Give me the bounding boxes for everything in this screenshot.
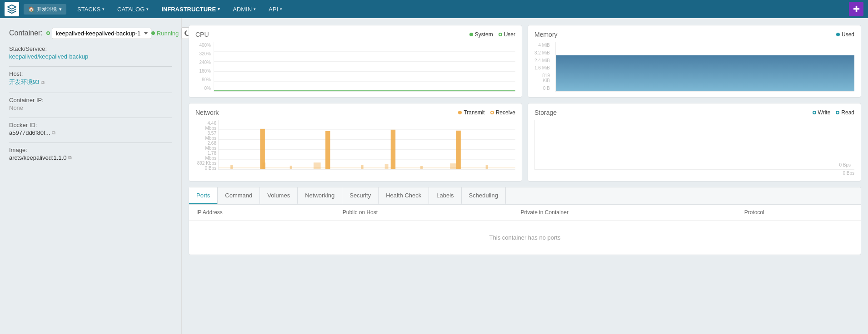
docker-id-label: Docker ID:	[9, 122, 172, 128]
net-y-0: 0 Bps	[195, 166, 218, 171]
copy-docker-id-icon[interactable]: ⧉	[52, 130, 55, 136]
nav-stacks[interactable]: STACKS ▾	[71, 0, 111, 18]
tab-healthcheck[interactable]: Health Check	[379, 187, 429, 204]
ports-table: IP Address Public on Host Private in Con…	[189, 205, 861, 255]
svg-rect-24	[486, 165, 488, 169]
mem-y-819kib: 819 KiB	[534, 73, 552, 83]
container-status-dot	[46, 31, 50, 35]
write-legend: Write	[813, 109, 831, 116]
status-running: Running	[151, 30, 179, 37]
network-svg	[219, 120, 515, 169]
nav-catalog[interactable]: CATALOG ▾	[111, 0, 155, 18]
cpu-chart-header: CPU System User	[195, 31, 515, 38]
used-label: Used	[842, 31, 854, 38]
svg-rect-20	[230, 165, 233, 169]
network-title: Network	[195, 109, 219, 116]
tab-command[interactable]: Command	[218, 187, 260, 204]
mem-y-4mib: 4 MiB	[534, 43, 552, 48]
memory-chart-header: Memory Used	[534, 31, 854, 38]
network-legend: Transmit Receive	[458, 109, 515, 116]
stack-service-section: Stack/Service: keepalived/keepalived-bac…	[9, 45, 172, 60]
copy-image-icon[interactable]: ⧉	[68, 155, 72, 161]
container-select[interactable]: keepalived-keepalived-backup-1	[52, 28, 151, 39]
logo[interactable]	[5, 2, 19, 16]
nav-api[interactable]: API ▾	[262, 0, 289, 18]
content-area: CPU System User 400%	[182, 18, 868, 334]
read-legend: Read	[836, 109, 854, 116]
mem-y-24mib: 2.4 MiB	[534, 58, 552, 63]
svg-rect-21	[290, 166, 292, 169]
cpu-y-240: 240%	[195, 60, 213, 65]
storage-y-0: 0 Bps	[839, 162, 851, 167]
image-value: arcts/keepalived:1.1.0	[9, 154, 66, 161]
mem-y-16mib: 1.6 MiB	[534, 65, 552, 70]
svg-rect-18	[456, 131, 460, 169]
charts-row-2: Network Transmit Receive 4.	[189, 103, 861, 182]
host-value[interactable]: 开发环境93	[9, 78, 39, 86]
home-icon: 🏠	[28, 6, 35, 12]
write-dot	[813, 111, 816, 114]
cpu-system-legend: System	[469, 31, 493, 38]
svg-rect-16	[391, 130, 395, 169]
cpu-legend: System User	[469, 31, 515, 38]
memory-chart-card: Memory Used 4 MiB 3.2 MiB 2.4 MiB 1.6 Mi…	[528, 25, 861, 98]
storage-chart-header: Storage Write Read	[534, 109, 854, 116]
cpu-y-80: 80%	[195, 77, 213, 82]
user-label: User	[504, 31, 515, 38]
svg-rect-15	[314, 162, 321, 169]
nav-admin[interactable]: ADMIN ▾	[226, 0, 262, 18]
tab-labels[interactable]: Labels	[429, 187, 461, 204]
svg-rect-22	[361, 165, 363, 169]
storage-chart-card: Storage Write Read	[528, 103, 861, 182]
no-ports-message: This container has no ports	[196, 225, 853, 250]
nav-items: STACKS ▾ CATALOG ▾ INFRASTRUCTURE ▾ ADMI…	[71, 0, 849, 18]
memory-legend: Used	[836, 31, 854, 38]
cpu-y-0: 0%	[195, 86, 213, 91]
receive-label: Receive	[496, 109, 515, 116]
top-nav: 🏠 开发环境 ▾ STACKS ▾ CATALOG ▾ INFRASTRUCTU…	[0, 0, 868, 18]
cpu-y-160: 160%	[195, 69, 213, 74]
container-ip-section: Container IP: None	[9, 97, 172, 111]
tabs-header: Ports Command Volumes Networking Securit…	[189, 187, 861, 205]
admin-caret: ▾	[254, 7, 256, 11]
used-dot	[836, 33, 840, 36]
container-ip-value: None	[9, 104, 172, 111]
tab-ports[interactable]: Ports	[189, 187, 218, 204]
add-button[interactable]: ✚	[849, 2, 863, 16]
system-dot	[469, 33, 473, 36]
tab-security[interactable]: Security	[342, 187, 379, 204]
svg-rect-17	[385, 164, 389, 169]
write-label: Write	[818, 109, 831, 116]
topnav-right: ✚	[849, 2, 863, 16]
col-protocol: Protocol	[737, 205, 861, 221]
stack-service-label: Stack/Service:	[9, 45, 172, 52]
svg-rect-19	[450, 163, 456, 169]
copy-host-icon[interactable]: ⧉	[41, 79, 45, 85]
host-label: Host:	[9, 70, 172, 77]
transmit-legend: Transmit	[458, 109, 484, 116]
catalog-caret: ▾	[146, 7, 149, 11]
memory-used-legend: Used	[836, 31, 854, 38]
network-chart-header: Network Transmit Receive	[195, 109, 515, 116]
nav-infrastructure[interactable]: INFRASTRUCTURE ▾	[155, 0, 226, 18]
stack-service-value[interactable]: keepalived/keepalived-backup	[9, 53, 172, 60]
col-ip-address: IP Address	[189, 205, 335, 221]
tab-networking[interactable]: Networking	[298, 187, 342, 204]
container-label: Container:	[9, 29, 43, 37]
tab-scheduling[interactable]: Scheduling	[462, 187, 506, 204]
host-section: Host: 开发环境93 ⧉	[9, 70, 172, 86]
read-dot	[836, 111, 839, 114]
env-caret: ▾	[59, 6, 62, 12]
memory-svg	[556, 42, 854, 91]
storage-legend: Write Read	[813, 109, 854, 116]
storage-svg	[535, 120, 854, 169]
env-label: 开发环境	[37, 6, 57, 13]
cpu-svg	[214, 42, 515, 91]
storage-0bps: 0 Bps	[534, 171, 854, 176]
env-selector[interactable]: 🏠 开发环境 ▾	[24, 4, 66, 15]
cpu-chart-card: CPU System User 400%	[189, 25, 522, 98]
main-layout: Container: keepalived-keepalived-backup-…	[0, 18, 868, 334]
tab-volumes[interactable]: Volumes	[260, 187, 298, 204]
stacks-caret: ▾	[102, 7, 105, 11]
network-chart-card: Network Transmit Receive 4.	[189, 103, 522, 182]
